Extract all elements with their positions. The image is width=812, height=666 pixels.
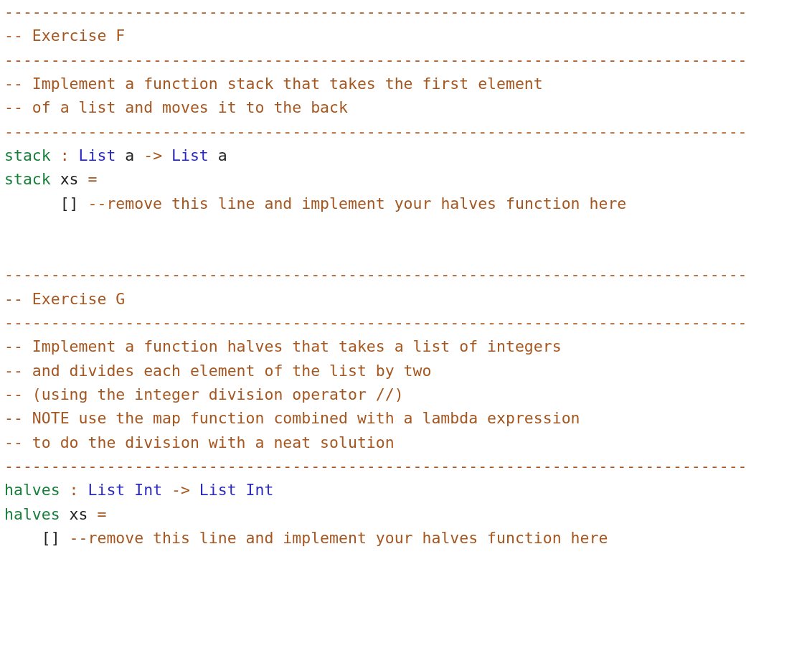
type-colon: : [51, 146, 79, 164]
type-arrow: -> [143, 146, 162, 164]
fn-args: xs [51, 170, 88, 188]
indent [4, 194, 60, 212]
fn-name-stack: stack [4, 146, 51, 164]
exercise-g-desc: -- (using the integer division operator … [4, 385, 404, 403]
exercise-g-title: -- Exercise G [4, 290, 125, 308]
exercise-g-desc: -- and divides each element of the list … [4, 362, 431, 380]
hr-line: ----------------------------------------… [4, 314, 747, 332]
todo-comment: --remove this line and implement your ha… [79, 194, 627, 212]
type-int: Int [237, 481, 274, 499]
hr-line: ----------------------------------------… [4, 457, 747, 475]
type-list: List [79, 146, 116, 164]
fn-args: xs [60, 505, 98, 523]
type-list: List [88, 481, 126, 499]
indent [4, 529, 42, 547]
fn-name-stack: stack [4, 170, 51, 188]
type-var: a [209, 146, 227, 164]
exercise-f-desc: -- Implement a function stack that takes… [4, 75, 543, 93]
equals: = [88, 170, 98, 188]
type-colon: : [60, 481, 88, 499]
type-arrow: -> [162, 481, 199, 499]
exercise-f-title: -- Exercise F [4, 27, 125, 44]
todo-comment: --remove this line and implement your ha… [60, 529, 608, 547]
exercise-g-desc: -- to do the division with a neat soluti… [4, 433, 395, 451]
type-int: Int [125, 481, 162, 499]
exercise-f-desc: -- of a list and moves it to the back [4, 98, 348, 116]
exercise-g-desc: -- Implement a function halves that take… [4, 337, 562, 355]
hr-line: ----------------------------------------… [4, 51, 747, 69]
fn-name-halves: halves [4, 481, 60, 499]
hr-line: ----------------------------------------… [4, 123, 747, 141]
equals: = [97, 505, 106, 523]
type-list: List [162, 146, 209, 164]
empty-list: [] [42, 529, 60, 547]
type-list: List [199, 481, 237, 499]
code-block: ----------------------------------------… [0, 0, 812, 571]
hr-line: ----------------------------------------… [4, 3, 747, 21]
exercise-g-desc: -- NOTE use the map function combined wi… [4, 409, 580, 427]
fn-name-halves: halves [4, 505, 60, 523]
type-var: a [115, 146, 143, 164]
empty-list: [] [60, 194, 79, 212]
hr-line: ----------------------------------------… [4, 266, 747, 283]
